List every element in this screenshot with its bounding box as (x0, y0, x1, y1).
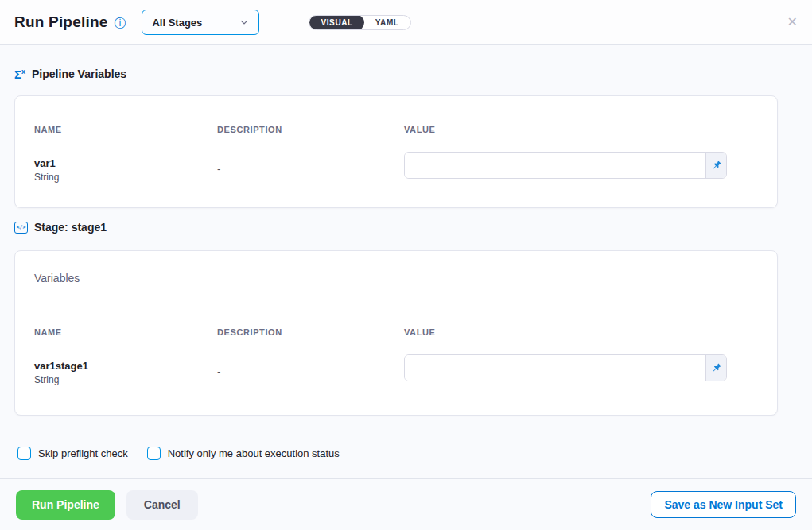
visual-yaml-toggle: VISUAL YAML (309, 15, 410, 30)
table-header-row: NAME DESCRIPTION VALUE (15, 284, 777, 337)
table-row: var1 String - (15, 152, 777, 183)
column-header-value: VALUE (404, 327, 758, 337)
stage-section-header: </> Stage: stage1 (14, 221, 107, 234)
pin-icon (711, 160, 722, 171)
notify-me-option[interactable]: Notify only me about execution status (147, 447, 340, 460)
close-icon[interactable]: ✕ (787, 16, 798, 29)
variable-type: String (34, 172, 217, 183)
chevron-down-icon (239, 17, 249, 27)
save-as-new-input-set-button[interactable]: Save as New Input Set (651, 491, 796, 518)
variable-name-cell: var1 String (34, 152, 217, 183)
section-title: Pipeline Variables (32, 68, 126, 80)
card-title: Variables (15, 251, 777, 284)
stage-select-value: All Stages (152, 17, 202, 29)
execution-options: Skip preflight check Notify only me abou… (17, 447, 340, 460)
column-header-description: DESCRIPTION (217, 125, 404, 134)
skip-preflight-option[interactable]: Skip preflight check (17, 447, 128, 460)
skip-preflight-label: Skip preflight check (38, 447, 128, 459)
variable-value-group (404, 152, 727, 179)
tab-yaml[interactable]: YAML (364, 15, 410, 30)
run-pipeline-button[interactable]: Run Pipeline (16, 490, 115, 520)
variable-type: String (34, 374, 217, 385)
column-header-value: VALUE (404, 125, 758, 134)
variable-value-input[interactable] (405, 153, 705, 178)
pipeline-variables-card: NAME DESCRIPTION VALUE var1 String - (14, 95, 778, 208)
stage-select-dropdown[interactable]: All Stages (142, 10, 259, 35)
column-header-name: NAME (34, 125, 217, 134)
variable-name-cell: var1stage1 String (34, 354, 217, 385)
run-pipeline-dialog: Run Pipeline ⓘ All Stages VISUAL YAML ✕ … (0, 0, 812, 530)
dialog-header: Run Pipeline ⓘ All Stages VISUAL YAML ✕ (0, 0, 812, 45)
column-header-name: NAME (34, 327, 217, 337)
info-icon[interactable]: ⓘ (114, 17, 126, 29)
skip-preflight-checkbox[interactable] (17, 447, 31, 460)
variable-value-input[interactable] (405, 355, 705, 381)
pin-button[interactable] (705, 355, 726, 381)
variable-name: var1 (34, 152, 217, 169)
pin-button[interactable] (705, 153, 726, 178)
tab-visual[interactable]: VISUAL (309, 15, 363, 30)
variable-description: - (217, 152, 404, 175)
pin-icon (711, 362, 722, 373)
column-header-description: DESCRIPTION (217, 327, 404, 337)
variable-description: - (217, 354, 404, 377)
pipeline-variables-section-header: Σx Pipeline Variables (14, 68, 126, 80)
dialog-footer: Run Pipeline Cancel Save as New Input Se… (0, 478, 812, 530)
table-row: var1stage1 String - (15, 354, 777, 385)
notify-me-label: Notify only me about execution status (168, 447, 340, 459)
table-header-row: NAME DESCRIPTION VALUE (15, 96, 777, 134)
page-title: Run Pipeline (14, 14, 107, 31)
variable-name: var1stage1 (34, 354, 217, 372)
variable-value-group (404, 354, 727, 381)
cancel-button[interactable]: Cancel (126, 490, 198, 520)
notify-me-checkbox[interactable] (147, 447, 161, 460)
stage-icon: </> (14, 222, 28, 234)
stage-variables-card: Variables NAME DESCRIPTION VALUE var1sta… (14, 250, 778, 416)
sigma-icon: Σx (14, 68, 25, 80)
section-title: Stage: stage1 (34, 221, 107, 234)
